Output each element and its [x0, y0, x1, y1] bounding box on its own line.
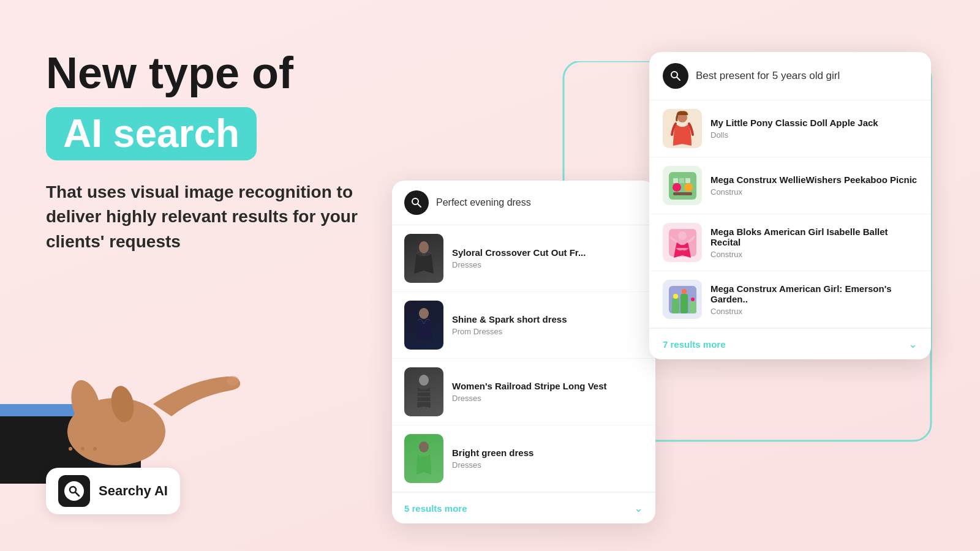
svg-rect-37 [689, 301, 696, 313]
dress-info-3: Women's Railroad Stripe Long Vest Dresse… [452, 381, 643, 403]
dress-query-text: Perfect evening dress [436, 197, 531, 208]
app-branding: Searchy AI [46, 468, 180, 514]
toy-cat-1: Dolls [710, 130, 918, 140]
ai-search-badge: AI search [46, 107, 257, 160]
dress-item-4: Bright green dress Dresses [392, 425, 655, 492]
dress-item-1: Syloral Crossover Cut Out Fr... Dresses [392, 225, 655, 292]
toy-name-2: Mega Construx WellieWishers Peekaboo Pic… [710, 174, 918, 185]
svg-point-8 [227, 376, 239, 386]
toy-cat-3: Construx [710, 250, 918, 259]
toy-thumb-3 [663, 223, 702, 262]
svg-point-20 [419, 441, 429, 452]
hand-illustration [0, 331, 245, 490]
dress-thumb-1 [404, 234, 443, 283]
toys-search-icon [663, 63, 688, 89]
toys-query-text: Best present for 5 years old girl [696, 70, 840, 82]
dress-cat-2: Prom Dresses [452, 327, 643, 336]
app-name-label: Searchy AI [99, 483, 168, 499]
svg-point-27 [684, 183, 693, 192]
svg-rect-36 [680, 294, 688, 313]
dress-cat-3: Dresses [452, 394, 643, 403]
search-svg [410, 197, 423, 209]
description-text: That uses visual image recognition to de… [46, 180, 364, 255]
app-icon-inner [64, 481, 84, 501]
chevron-down-icon: ⌄ [634, 501, 643, 515]
toy-item-2: Mega Construx WellieWishers Peekaboo Pic… [649, 157, 931, 214]
svg-rect-31 [685, 178, 690, 183]
dress-cat-4: Dresses [452, 460, 643, 470]
dress-name-4: Bright green dress [452, 448, 643, 458]
toy-item-3: Mega Bloks American Girl Isabelle Ballet… [649, 214, 931, 271]
svg-point-7 [93, 447, 97, 451]
dress-cat-1: Dresses [452, 260, 643, 269]
toy-thumb-4 [663, 280, 702, 319]
svg-line-22 [677, 77, 680, 80]
toy-info-1: My Little Pony Classic Doll Apple Jack D… [710, 118, 918, 140]
svg-rect-35 [672, 298, 679, 313]
toy-info-2: Mega Construx WellieWishers Peekaboo Pic… [710, 174, 918, 197]
svg-point-38 [673, 294, 678, 299]
svg-point-16 [419, 375, 429, 386]
toy-cat-2: Construx [710, 187, 918, 197]
toy-search-svg [669, 70, 682, 82]
toys-more-text: 7 results more [663, 339, 726, 350]
svg-point-40 [691, 298, 695, 301]
ai-badge-text: AI search [63, 111, 239, 156]
dress-name-3: Women's Railroad Stripe Long Vest [452, 381, 643, 391]
toys-more-results[interactable]: 7 results more ⌄ [649, 328, 931, 359]
dress-thumb-4 [404, 434, 443, 483]
search-icon [68, 485, 80, 497]
dress-search-icon [404, 190, 429, 215]
dress-thumb-2 [404, 301, 443, 350]
dress-search-bar: Perfect evening dress [392, 181, 655, 225]
toys-search-card: Best present for 5 years old girl My Lit… [649, 52, 931, 359]
svg-point-39 [682, 289, 687, 294]
toy-item-1: My Little Pony Classic Doll Apple Jack D… [649, 100, 931, 157]
toy-name-3: Mega Bloks American Girl Isabelle Ballet… [710, 227, 918, 247]
svg-point-15 [419, 308, 429, 319]
dress-more-results[interactable]: 5 results more ⌄ [392, 492, 655, 523]
svg-point-33 [678, 231, 687, 240]
toy-thumb-1 [663, 109, 702, 148]
toy-thumb-2 [663, 166, 702, 205]
toy-name-4: Mega Construx American Girl: Emerson's G… [710, 283, 918, 304]
svg-line-10 [75, 492, 79, 496]
dress-item-3: Women's Railroad Stripe Long Vest Dresse… [392, 359, 655, 425]
dress-info-2: Shine & Spark short dress Prom Dresses [452, 314, 643, 336]
dress-info-1: Syloral Crossover Cut Out Fr... Dresses [452, 247, 643, 269]
dress-info-4: Bright green dress Dresses [452, 448, 643, 470]
toy-name-1: My Little Pony Classic Doll Apple Jack [710, 118, 918, 128]
dress-more-text: 5 results more [404, 503, 467, 514]
toy-cat-4: Construx [710, 307, 918, 316]
headline-line1: New type of [46, 48, 293, 97]
svg-rect-30 [679, 178, 684, 183]
svg-point-26 [673, 183, 681, 192]
svg-rect-28 [673, 192, 692, 195]
dress-name-1: Syloral Crossover Cut Out Fr... [452, 247, 643, 258]
toy-info-4: Mega Construx American Girl: Emerson's G… [710, 283, 918, 316]
dress-thumb-3 [404, 367, 443, 416]
svg-line-13 [418, 204, 421, 207]
left-section: New type of AI search That uses visual i… [46, 49, 389, 254]
toy-info-3: Mega Bloks American Girl Isabelle Ballet… [710, 227, 918, 259]
svg-point-5 [69, 447, 72, 451]
headline: New type of [46, 49, 389, 97]
svg-point-6 [81, 447, 85, 451]
toys-chevron-icon: ⌄ [908, 337, 918, 351]
toys-search-bar: Best present for 5 years old girl [649, 52, 931, 100]
dress-name-2: Shine & Spark short dress [452, 314, 643, 324]
dress-item-2: Shine & Spark short dress Prom Dresses [392, 292, 655, 359]
toy-item-4: Mega Construx American Girl: Emerson's G… [649, 271, 931, 328]
dress-search-card: Perfect evening dress Syloral Crossover … [392, 181, 655, 523]
svg-rect-29 [673, 178, 678, 183]
app-icon [58, 475, 90, 507]
